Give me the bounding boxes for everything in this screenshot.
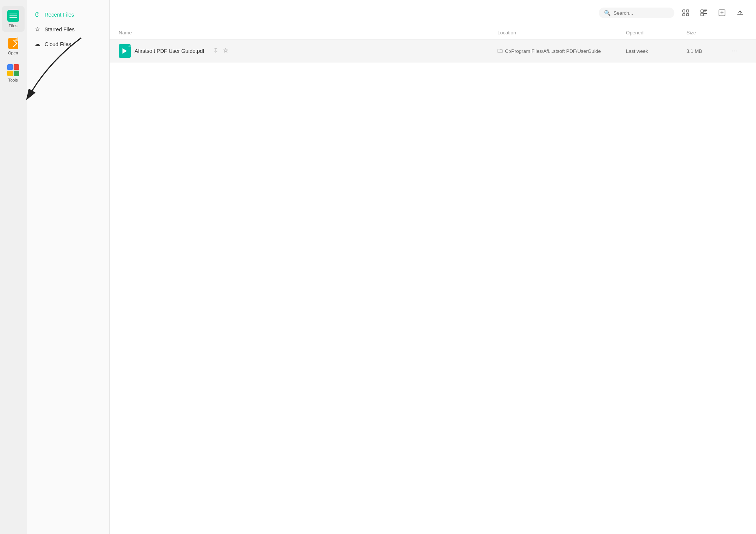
svg-rect-5 (704, 10, 707, 11)
svg-rect-9 (704, 15, 706, 15)
col-header-opened: Opened (626, 30, 686, 35)
file-name-cell: Afirstsoft PDF User Guide.pdf (119, 44, 497, 58)
nav-item-tools-label: Tools (8, 78, 18, 82)
sidebar-item-recent[interactable]: ⏱ Recent Files (26, 8, 109, 22)
svg-rect-8 (704, 13, 707, 14)
file-location: C:/Program Files/Afi...stsoft PDF/UserGu… (505, 48, 601, 54)
nav-item-open[interactable]: Open (2, 33, 25, 59)
cloud-icon: ☁ (34, 40, 41, 48)
sidebar-item-starred[interactable]: ☆ Starred Files (26, 22, 109, 37)
star-icon: ☆ (34, 26, 41, 33)
col-header-location: Location (497, 30, 626, 35)
nav-item-open-label: Open (8, 51, 18, 55)
svg-rect-1 (686, 10, 689, 12)
sidebar-item-cloud-label: Cloud Files (45, 41, 71, 47)
clock-icon: ⏱ (34, 11, 41, 18)
thumbnail-icon (700, 9, 707, 16)
file-opened: Last week (626, 48, 648, 54)
file-table: Name Location Opened Size Afirstsoft PDF… (110, 26, 756, 534)
icon-navigation: Files Open Tools (0, 0, 26, 534)
more-actions-cell: ··· (732, 48, 747, 54)
grid-view-icon (682, 9, 689, 16)
sidebar: ⏱ Recent Files ☆ Starred Files ☁ Cloud F… (26, 0, 110, 534)
opened-cell: Last week (626, 48, 686, 54)
upload-button[interactable] (733, 6, 747, 20)
sidebar-item-cloud[interactable]: ☁ Cloud Files (26, 37, 109, 51)
svg-rect-4 (701, 10, 703, 12)
main-content: 🔍 (110, 0, 756, 534)
star-button[interactable] (222, 47, 229, 55)
pdf-icon (119, 44, 131, 58)
toolbar: 🔍 (110, 0, 756, 26)
open-icon (7, 37, 19, 49)
nav-item-tools[interactable]: Tools (2, 60, 25, 86)
search-icon: 🔍 (604, 10, 610, 16)
col-header-name: Name (119, 30, 497, 35)
file-size: 3.1 MB (686, 48, 702, 54)
col-header-size: Size (686, 30, 732, 35)
file-name: Afirstsoft PDF User Guide.pdf (135, 48, 204, 54)
table-header: Name Location Opened Size (110, 26, 756, 40)
add-button[interactable] (715, 6, 729, 20)
table-row[interactable]: Afirstsoft PDF User Guide.pdf (110, 40, 756, 63)
nav-item-files-label: Files (9, 23, 17, 28)
svg-rect-0 (683, 10, 685, 12)
tools-icon (7, 64, 19, 76)
more-button[interactable]: ··· (732, 48, 738, 54)
search-input[interactable] (613, 10, 669, 16)
svg-rect-7 (701, 13, 703, 16)
svg-rect-2 (683, 14, 685, 16)
size-cell: 3.1 MB (686, 48, 732, 54)
pin-button[interactable] (212, 47, 219, 55)
nav-item-files[interactable]: Files (2, 6, 25, 32)
svg-rect-6 (704, 11, 706, 12)
search-box[interactable]: 🔍 (599, 8, 674, 18)
location-cell: C:/Program Files/Afi...stsoft PDF/UserGu… (497, 48, 626, 54)
folder-icon (497, 48, 503, 54)
thumbnail-button[interactable] (697, 6, 711, 20)
col-header-actions (732, 30, 747, 35)
grid-view-button[interactable] (679, 6, 692, 20)
upload-icon (737, 9, 744, 16)
svg-rect-3 (686, 14, 689, 16)
sidebar-item-starred-label: Starred Files (45, 26, 74, 32)
sidebar-item-recent-label: Recent Files (45, 12, 74, 18)
add-icon (719, 9, 725, 16)
file-actions (212, 47, 229, 55)
files-icon (7, 10, 19, 22)
